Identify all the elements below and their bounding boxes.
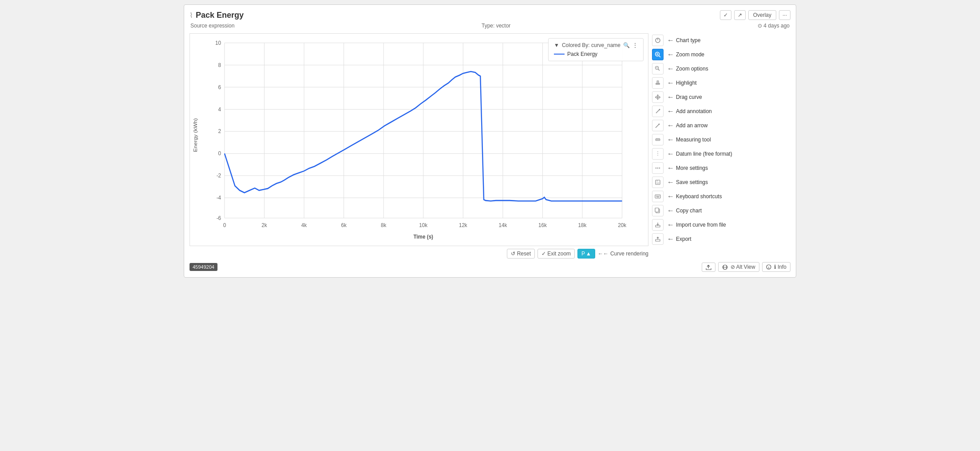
svg-text:-2: -2 bbox=[217, 173, 221, 179]
toolbar-item-more-settings: ← More settings bbox=[652, 161, 790, 175]
svg-text:-6: -6 bbox=[217, 215, 221, 221]
legend-item: Pack Energy bbox=[554, 51, 638, 57]
reset-button[interactable]: ↺ Reset bbox=[507, 249, 535, 259]
add-arrow-label: ← Add an arrow bbox=[667, 122, 707, 129]
export-button[interactable] bbox=[652, 233, 664, 245]
svg-text:i: i bbox=[768, 266, 769, 269]
add-arrow-button[interactable] bbox=[652, 120, 664, 131]
chart-type-label: ← Chart type bbox=[667, 36, 700, 44]
svg-rect-72 bbox=[656, 197, 659, 198]
svg-text:2k: 2k bbox=[261, 222, 267, 228]
export-label: ← Export bbox=[667, 235, 692, 243]
chart-panel: 10 8 6 4 2 0 -2 -4 -6 Energy (kWh) 0 2k … bbox=[190, 33, 648, 259]
svg-text:14k: 14k bbox=[498, 222, 507, 228]
chart-container[interactable]: 10 8 6 4 2 0 -2 -4 -6 Energy (kWh) 0 2k … bbox=[190, 33, 648, 246]
svg-text:8k: 8k bbox=[381, 222, 387, 228]
svg-line-53 bbox=[656, 110, 660, 113]
chart-svg: 10 8 6 4 2 0 -2 -4 -6 Energy (kWh) 0 2k … bbox=[190, 34, 648, 246]
svg-text:2: 2 bbox=[218, 128, 221, 134]
datum-line-label: ← Datum line (free format) bbox=[667, 150, 732, 158]
chart-legend: ▼ Colored By: curve_name 🔍 ⋮ Pack Energy bbox=[548, 38, 644, 61]
legend-search-icon[interactable]: 🔍 bbox=[623, 42, 630, 48]
legend-dropdown-icon: ▼ bbox=[554, 42, 559, 48]
measuring-tool-button[interactable] bbox=[652, 134, 664, 145]
import-curve-button[interactable] bbox=[652, 219, 664, 231]
legend-color-line bbox=[554, 54, 565, 55]
toolbar-item-zoom-mode: ← Zoom mode bbox=[652, 47, 790, 62]
meta-row: Source expression Type: vector ⊙ 4 days … bbox=[190, 23, 790, 29]
add-annotation-button[interactable] bbox=[652, 106, 664, 117]
import-curve-label: ← Import curve from file bbox=[667, 221, 726, 229]
legend-header: ▼ Colored By: curve_name 🔍 ⋮ bbox=[554, 42, 638, 48]
svg-text:12k: 12k bbox=[459, 222, 468, 228]
svg-text:0: 0 bbox=[223, 222, 226, 228]
toolbar-item-chart-type: ← Chart type bbox=[652, 33, 790, 47]
svg-text:6: 6 bbox=[218, 84, 221, 90]
highlight-button[interactable] bbox=[652, 77, 664, 89]
svg-rect-70 bbox=[657, 196, 658, 196]
svg-text:Time (s): Time (s) bbox=[413, 234, 433, 240]
toolbar-item-keyboard-shortcuts: ← Keyboard shortcuts bbox=[652, 189, 790, 204]
zoom-options-button[interactable] bbox=[652, 63, 664, 75]
toolbar-item-add-arrow: ← Add an arrow bbox=[652, 118, 790, 133]
legend-colored-by: Colored By: curve_name bbox=[562, 42, 620, 48]
source-expression: Source expression bbox=[190, 23, 234, 29]
curve-render-arrow: ▲ bbox=[586, 251, 591, 257]
svg-text:4: 4 bbox=[218, 106, 221, 112]
svg-text:-4: -4 bbox=[217, 195, 221, 201]
svg-rect-78 bbox=[656, 239, 660, 241]
alt-view-button[interactable]: ⊘ Alt View bbox=[718, 262, 759, 272]
toolbar-item-save-settings: ← Save settings bbox=[652, 175, 790, 189]
more-button[interactable]: ··· bbox=[779, 10, 790, 20]
measuring-tool-label: ← Measuring tool bbox=[667, 136, 711, 144]
zoom-mode-label: ← Zoom mode bbox=[667, 51, 704, 59]
header-controls: ✓ ↗ Overlay ··· bbox=[720, 10, 790, 20]
svg-text:10: 10 bbox=[215, 40, 221, 46]
share-button[interactable] bbox=[702, 263, 715, 272]
zoom-options-label: ← Zoom options bbox=[667, 65, 708, 73]
chart-type-button[interactable] bbox=[652, 35, 664, 46]
cursor-button[interactable]: ↗ bbox=[734, 10, 746, 20]
datum-line-button[interactable] bbox=[652, 148, 664, 160]
keyboard-shortcuts-button[interactable] bbox=[652, 191, 664, 202]
title-area: ⌇ Pack Energy bbox=[190, 11, 244, 20]
toolbar-item-highlight: ← Highlight bbox=[652, 76, 790, 90]
toolbar-item-measuring-tool: ← Measuring tool bbox=[652, 133, 790, 147]
toolbar-item-add-annotation: ← Add annotation bbox=[652, 104, 790, 118]
main-container: ⌇ Pack Energy ✓ ↗ Overlay ··· Source exp… bbox=[184, 4, 796, 278]
zoom-mode-button[interactable] bbox=[652, 49, 664, 60]
legend-series-name: Pack Energy bbox=[567, 51, 597, 57]
time-ago: ⊙ 4 days ago bbox=[758, 23, 790, 29]
more-settings-label: ← More settings bbox=[667, 164, 708, 172]
footer-buttons: ⊘ Alt View i ℹ Info bbox=[702, 262, 790, 272]
svg-line-49 bbox=[658, 69, 660, 71]
svg-text:0: 0 bbox=[218, 150, 221, 157]
svg-text:20k: 20k bbox=[618, 222, 627, 228]
save-settings-button[interactable] bbox=[652, 176, 664, 188]
drag-curve-button[interactable] bbox=[652, 91, 664, 103]
highlight-label: ← Highlight bbox=[667, 79, 697, 87]
legend-more-icon[interactable]: ⋮ bbox=[632, 42, 638, 48]
svg-line-45 bbox=[659, 56, 661, 58]
check-button[interactable]: ✓ bbox=[720, 10, 731, 20]
copy-chart-label: ← Copy chart bbox=[667, 207, 702, 215]
copy-chart-button[interactable] bbox=[652, 205, 664, 216]
exit-zoom-button[interactable]: ✓ Exit zoom bbox=[537, 249, 575, 259]
svg-rect-57 bbox=[656, 139, 660, 141]
type-label: Type: vector bbox=[482, 23, 510, 29]
svg-point-54 bbox=[659, 109, 660, 110]
info-button[interactable]: i ℹ Info bbox=[762, 262, 790, 272]
toolbar-item-export: ← Export bbox=[652, 232, 790, 246]
curve-render-button[interactable]: P ▲ bbox=[577, 249, 595, 259]
svg-rect-68 bbox=[655, 195, 660, 198]
overlay-button[interactable]: Overlay bbox=[748, 10, 776, 20]
svg-text:8: 8 bbox=[218, 62, 221, 68]
more-settings-button[interactable] bbox=[652, 162, 664, 174]
header: ⌇ Pack Energy ✓ ↗ Overlay ··· bbox=[190, 10, 790, 20]
save-settings-label: ← Save settings bbox=[667, 178, 708, 186]
svg-text:Energy (kWh): Energy (kWh) bbox=[192, 118, 198, 152]
svg-text:6k: 6k bbox=[341, 222, 347, 228]
svg-rect-67 bbox=[656, 182, 659, 184]
drag-curve-label: ← Drag curve bbox=[667, 93, 702, 101]
curve-rendering-label: ←← Curve rendering bbox=[598, 251, 648, 257]
